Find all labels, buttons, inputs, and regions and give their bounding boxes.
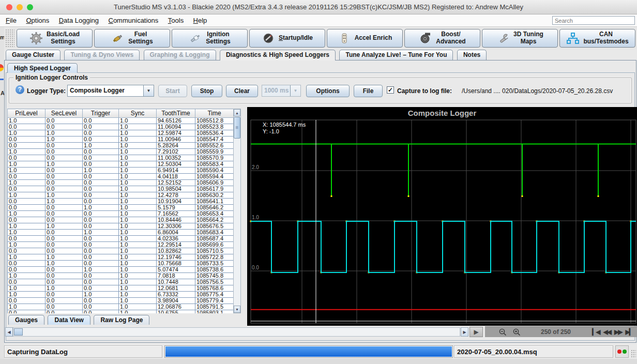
search-input[interactable] [552, 16, 635, 25]
background-window-edge: m A [0, 27, 4, 359]
menu-options[interactable]: Options [24, 17, 51, 24]
logger-type-select[interactable]: Composite Logger ▼ [67, 85, 154, 97]
zoom-in-icon[interactable] [512, 328, 521, 337]
scrollbar-thumb[interactable] [14, 328, 23, 336]
column-header[interactable]: Time [195, 109, 234, 118]
table-row[interactable]: 1.01.00.01.012.06811085768.6 [8, 285, 234, 292]
table-row[interactable]: 0.00.00.01.010.844461085664.2 [8, 217, 234, 223]
column-header[interactable]: SecLevel [46, 109, 83, 118]
tab-graphing-logging[interactable]: Graphing & Logging [144, 50, 216, 60]
previous-page-icon[interactable]: ◀◀ [603, 328, 611, 336]
window-resize-grip[interactable] [631, 350, 636, 358]
table-row[interactable]: 0.00.00.01.011.003521085570.9 [8, 155, 234, 161]
menu-communications[interactable]: Communications [107, 17, 160, 24]
basic-load-settings-button[interactable]: Basic/Load Settings [17, 29, 93, 48]
accel-enrich-button[interactable]: Accel Enrich [327, 29, 403, 48]
spark-plug-icon [189, 32, 202, 45]
column-header[interactable]: ToothTime [157, 109, 195, 118]
background-fragment-bar [0, 79, 4, 80]
column-header[interactable]: PriLevel [8, 109, 46, 118]
scrollbar-thumb[interactable] [234, 117, 240, 139]
table-row[interactable]: 0.00.00.01.010.74481085756.5 [8, 279, 234, 285]
table-row[interactable]: 0.00.00.01.04.041181085594.4 [8, 174, 234, 180]
table-row[interactable]: 1.00.00.01.012.068761085791.5 [8, 304, 234, 310]
table-vertical-scrollbar[interactable]: ▲ ▼ [233, 109, 241, 313]
clear-button[interactable]: Clear [226, 85, 258, 97]
table-row[interactable]: 0.00.00.01.03.989041085779.4 [8, 298, 234, 304]
menu-file[interactable]: File [4, 17, 18, 24]
can-bus-testmodes-button[interactable]: CAN bus/Testmodes [559, 29, 635, 48]
ignition-settings-button[interactable]: Ignition Settings [172, 29, 248, 48]
table-row[interactable]: 0.00.00.01.010.985041085617.9 [8, 186, 234, 192]
tab-notes[interactable]: Notes [457, 50, 487, 60]
capture-log-path: /Users/and .... 020/DataLogs/2020-07-05_… [462, 87, 613, 95]
3d-tuning-maps-button[interactable]: 3D Tuning Maps [482, 29, 558, 48]
rx-indicator-icon [617, 350, 621, 354]
wrench-icon [496, 32, 510, 45]
boost-advanced-button[interactable]: Boost/ Advanced [404, 29, 480, 48]
chart-toolbar: 250 of 250 ▎◀ ◀◀ ▶▶ ▶▎ [485, 326, 637, 337]
zoom-out-icon[interactable] [498, 328, 507, 337]
scroll-right-icon[interactable]: ▶ [461, 327, 468, 337]
table-row[interactable]: 1.01.00.01.012.598741085536.4 [8, 130, 234, 136]
next-page-icon[interactable]: ▶▶ [614, 328, 621, 336]
table-row[interactable]: 0.00.00.01.010.828621085710.5 [8, 248, 234, 254]
table-row[interactable]: 1.00.00.01.07.165621085653.4 [8, 211, 234, 217]
table-row[interactable]: 0.01.00.01.010.756681085733.5 [8, 261, 234, 267]
last-page-icon[interactable]: ▶▎ [626, 328, 633, 336]
start-button[interactable]: Start [158, 85, 187, 97]
tab-gauge-cluster[interactable]: Gauge Cluster [6, 50, 60, 60]
svg-text:2.0: 2.0 [252, 164, 259, 170]
table-row[interactable]: 0.00.00.01.04.023361085687.4 [8, 236, 234, 242]
tab-high-speed-logger[interactable]: High Speed Logger [7, 63, 78, 73]
tab-diagnostics-high-speed-loggers[interactable]: Diagnostics & High Speed Loggers [220, 50, 336, 60]
file-button[interactable]: File [354, 85, 383, 97]
interval-select[interactable]: 1000 ms ▼ [262, 85, 301, 97]
table-row[interactable]: 1.01.00.01.012.42781085630.2 [8, 192, 234, 199]
tab-raw-log-page[interactable]: Raw Log Page [94, 315, 149, 325]
table-row[interactable]: 1.00.01.01.06.949141085590.4 [8, 168, 234, 174]
table-row[interactable]: 1.01.00.01.012.303061085676.5 [8, 223, 234, 230]
first-page-icon[interactable]: ▎◀ [592, 328, 599, 336]
column-header[interactable]: Sync [119, 109, 157, 118]
chevron-down-icon: ▼ [290, 85, 300, 96]
table-row[interactable]: 0.01.00.01.010.919041085641.1 [8, 199, 234, 205]
menu-tools[interactable]: Tools [166, 17, 185, 24]
menu-help[interactable]: Help [192, 17, 209, 24]
table-row[interactable]: 0.00.01.01.05.282641085552.6 [8, 143, 234, 149]
table-row[interactable]: 0.00.00.01.011.060941085523.8 [8, 124, 234, 130]
table-row[interactable]: 1.01.00.01.012.503041085583.4 [8, 161, 234, 168]
table-row[interactable]: 1.00.00.01.012.295141085699.6 [8, 242, 234, 248]
table-row[interactable]: 1.00.01.01.06.860041085683.4 [8, 230, 234, 236]
toolbar-drag-handle[interactable] [5, 29, 14, 48]
table-row[interactable]: 0.00.00.01.010.67551085803.1 [8, 310, 234, 314]
table-row[interactable]: 1.00.01.01.06.733321085775.4 [8, 292, 234, 298]
help-icon[interactable]: ? [16, 85, 24, 94]
tab-tune-analyze-live[interactable]: Tune Analyze Live! – Tune For You [339, 50, 453, 60]
column-header[interactable]: Trigger [83, 109, 119, 118]
table-row[interactable]: 1.01.00.01.012.197461085722.8 [8, 254, 234, 261]
play-button[interactable]: ▶ [469, 327, 483, 337]
page-indicator: 250 of 250 [541, 328, 571, 336]
table-row[interactable]: 1.00.00.01.07.291021085559.9 [8, 149, 234, 155]
options-button[interactable]: Options [306, 85, 350, 97]
table-row[interactable]: 1.00.00.01.012.521521085606.9 [8, 180, 234, 186]
scroll-left-icon[interactable]: ◀ [5, 327, 13, 337]
tab-gauges[interactable]: Gauges [8, 315, 44, 325]
composite-logger-chart[interactable]: 2.01.00.0X: 1085544.7 msY: -1.0Composite… [247, 107, 637, 326]
table-row[interactable]: 0.01.00.01.011.009461085547.4 [8, 136, 234, 143]
horizontal-scrollbar[interactable] [13, 327, 460, 337]
menu-data-logging[interactable]: Data Logging [57, 17, 100, 24]
table-row[interactable]: 1.00.00.01.07.08181085745.8 [8, 273, 234, 279]
tab-tuning-dyno-views[interactable]: Tuning & Dyno Views [64, 50, 140, 60]
scroll-up-icon[interactable]: ▲ [234, 109, 240, 116]
table-row[interactable]: 0.00.01.01.05.15791085646.2 [8, 205, 234, 211]
startup-idle-button[interactable]: Startup/Idle [249, 29, 325, 48]
stop-button[interactable]: Stop [191, 85, 222, 97]
table-row[interactable]: 1.00.00.01.094.651261085512.8 [8, 118, 234, 124]
fuel-settings-button[interactable]: Fuel Settings [94, 29, 170, 48]
capture-to-log-checkbox[interactable]: ✓ [387, 86, 394, 94]
tab-data-view[interactable]: Data View [48, 315, 90, 325]
scroll-down-icon[interactable]: ▼ [234, 306, 240, 313]
table-row[interactable]: 0.00.01.01.05.074741085738.6 [8, 267, 234, 273]
